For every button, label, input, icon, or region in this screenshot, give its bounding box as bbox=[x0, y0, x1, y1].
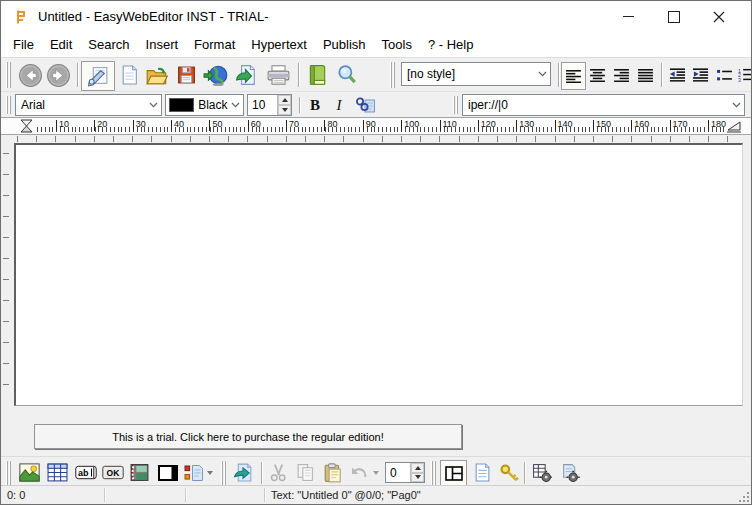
menu-hypertext[interactable]: Hypertext bbox=[243, 34, 315, 55]
forward-button[interactable] bbox=[44, 61, 72, 89]
menu-file[interactable]: File bbox=[5, 34, 42, 55]
numbered-list-button[interactable]: 123 bbox=[734, 62, 752, 88]
page-properties-button[interactable] bbox=[470, 460, 495, 485]
edit-mode-button[interactable] bbox=[81, 61, 115, 91]
color-value: Black bbox=[198, 98, 227, 112]
align-right-button[interactable] bbox=[610, 62, 633, 88]
export-button[interactable] bbox=[230, 460, 257, 485]
separator bbox=[261, 462, 263, 484]
size-up-button[interactable] bbox=[278, 95, 291, 105]
resize-grip[interactable] bbox=[738, 491, 750, 503]
new-document-button[interactable] bbox=[115, 61, 143, 89]
style-combobox[interactable]: [no style] bbox=[401, 62, 551, 86]
zoom-spinner[interactable]: 0 bbox=[385, 462, 425, 483]
maximize-icon bbox=[668, 11, 680, 23]
menu-search[interactable]: Search bbox=[80, 34, 137, 55]
print-button[interactable] bbox=[263, 61, 293, 89]
insert-frame-button[interactable] bbox=[155, 460, 180, 485]
protect-button[interactable] bbox=[496, 460, 521, 485]
toolbar-grip[interactable] bbox=[6, 62, 11, 88]
save-button[interactable] bbox=[172, 61, 200, 89]
paste-button[interactable] bbox=[320, 460, 345, 485]
bullet-list-button[interactable] bbox=[713, 62, 736, 88]
site-settings-button[interactable] bbox=[529, 460, 554, 485]
outdent-button[interactable] bbox=[665, 62, 688, 88]
insert-image-button[interactable] bbox=[17, 460, 42, 485]
font-size-value[interactable]: 10 bbox=[248, 95, 277, 115]
copy-button[interactable] bbox=[293, 460, 318, 485]
menu-publish[interactable]: Publish bbox=[315, 34, 374, 55]
guide-button[interactable] bbox=[303, 61, 331, 89]
ruler-number: 70 bbox=[286, 120, 299, 131]
frameset-icon bbox=[445, 466, 463, 481]
insert-movie-button[interactable] bbox=[127, 460, 152, 485]
editor-canvas[interactable] bbox=[14, 143, 743, 406]
close-icon bbox=[713, 11, 725, 23]
app-window: Untitled - EasyWebEditor INST - TRIAL- F… bbox=[0, 0, 752, 505]
page-settings-button[interactable] bbox=[557, 460, 582, 485]
insert-anchor-button[interactable] bbox=[182, 460, 215, 485]
cut-button[interactable] bbox=[266, 460, 291, 485]
menu-help[interactable]: ? - Help bbox=[420, 34, 482, 55]
ruler-number: 130 bbox=[516, 120, 534, 131]
dropdown-arrow-icon bbox=[207, 471, 213, 475]
frameset-view-button[interactable] bbox=[440, 460, 467, 487]
toolbar-grip[interactable] bbox=[6, 96, 11, 114]
align-right-icon bbox=[614, 69, 629, 82]
hyperlink-button[interactable] bbox=[352, 94, 378, 116]
browse-web-button[interactable] bbox=[201, 61, 231, 89]
open-button[interactable] bbox=[143, 61, 171, 89]
zoom-value[interactable]: 0 bbox=[386, 463, 410, 482]
format-toolbar: Arial Black 10 B I bbox=[1, 91, 751, 118]
indent-button[interactable] bbox=[689, 62, 712, 88]
tab-stop-row[interactable] bbox=[1, 135, 751, 143]
menu-insert[interactable]: Insert bbox=[138, 34, 187, 55]
key-icon bbox=[499, 463, 519, 483]
size-down-button[interactable] bbox=[278, 105, 291, 115]
menu-format[interactable]: Format bbox=[186, 34, 243, 55]
preview-button[interactable] bbox=[232, 61, 260, 89]
menu-edit[interactable]: Edit bbox=[42, 34, 80, 55]
insert-ok-button[interactable]: OK bbox=[100, 460, 125, 485]
vertical-gutter bbox=[1, 143, 14, 407]
insert-table-button[interactable] bbox=[45, 460, 70, 485]
table-icon bbox=[47, 463, 68, 482]
trial-banner-button[interactable]: This is a trial. Click here to purchase … bbox=[34, 424, 462, 449]
toolbar-grip[interactable] bbox=[453, 96, 458, 114]
movie-icon bbox=[129, 463, 150, 482]
insert-field-button[interactable]: ab bbox=[73, 460, 98, 485]
toolbar-grip[interactable] bbox=[390, 62, 395, 88]
separator bbox=[661, 63, 663, 87]
color-combobox[interactable]: Black bbox=[165, 94, 244, 116]
toolbar-grip[interactable] bbox=[221, 461, 226, 485]
bold-button[interactable]: B bbox=[304, 94, 326, 116]
bullet-list-icon bbox=[717, 69, 732, 82]
font-combobox[interactable]: Arial bbox=[15, 94, 162, 116]
down-arrow-icon bbox=[282, 108, 288, 112]
align-center-button[interactable] bbox=[586, 62, 609, 88]
title-bar: Untitled - EasyWebEditor INST - TRIAL- bbox=[1, 1, 751, 32]
align-left-button[interactable] bbox=[561, 62, 586, 90]
gutter-ticks bbox=[3, 153, 9, 403]
url-combobox[interactable]: iper://|0 bbox=[462, 94, 745, 116]
right-margin-marker-icon[interactable] bbox=[727, 121, 741, 133]
align-justify-button[interactable] bbox=[634, 62, 657, 88]
back-button[interactable] bbox=[16, 61, 44, 89]
italic-button[interactable]: I bbox=[328, 94, 350, 116]
ruler-number: 110 bbox=[440, 120, 457, 131]
undo-button[interactable] bbox=[347, 460, 369, 485]
toolbar-grip[interactable] bbox=[431, 461, 436, 485]
font-size-spinner[interactable]: 10 bbox=[247, 94, 292, 116]
status-cell-3 bbox=[186, 486, 268, 504]
undo-dropdown-button[interactable] bbox=[369, 460, 382, 485]
minimize-button[interactable] bbox=[606, 1, 651, 32]
spin-up-button[interactable] bbox=[411, 463, 424, 473]
spin-down-button[interactable] bbox=[411, 473, 424, 483]
close-button[interactable] bbox=[696, 1, 741, 32]
toolbar-grip[interactable] bbox=[6, 461, 11, 485]
maximize-button[interactable] bbox=[651, 1, 696, 32]
menu-tools[interactable]: Tools bbox=[374, 34, 420, 55]
zoom-button[interactable] bbox=[333, 61, 361, 89]
svg-text:3: 3 bbox=[738, 77, 741, 82]
table-gear-icon bbox=[532, 463, 552, 482]
